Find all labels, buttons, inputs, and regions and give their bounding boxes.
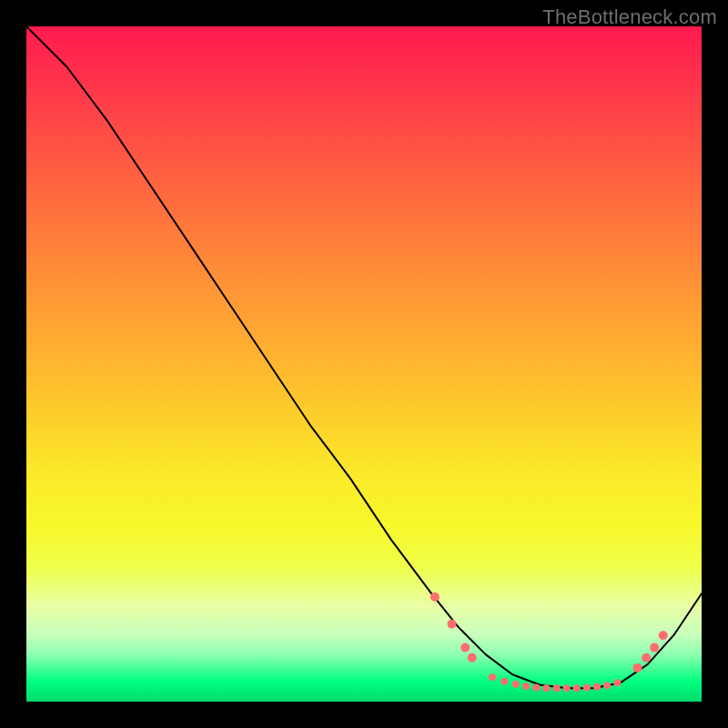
chart-marker (532, 683, 540, 691)
chart-markers-group (430, 592, 668, 692)
watermark-text: TheBottleneck.com (542, 5, 717, 29)
chart-marker (573, 684, 581, 692)
chart-marker (460, 643, 470, 652)
chart-marker (500, 678, 508, 685)
chart-marker (583, 683, 591, 691)
chart-svg-layer (26, 26, 702, 702)
chart-marker (642, 653, 651, 662)
chart-marker (522, 682, 530, 690)
chart-marker (613, 679, 621, 686)
chart-marker (512, 681, 520, 688)
chart-marker (633, 663, 642, 672)
chart-plot-area (26, 26, 702, 702)
chart-marker (659, 631, 668, 640)
chart-marker (593, 683, 601, 691)
chart-marker (650, 643, 659, 652)
chart-marker (448, 620, 457, 629)
chart-marker (430, 592, 440, 602)
chart-marker (542, 684, 550, 692)
chart-marker (489, 673, 496, 681)
chart-frame: TheBottleneck.com (0, 0, 728, 728)
chart-marker (468, 653, 477, 662)
chart-curve (26, 26, 702, 688)
chart-marker (553, 684, 561, 692)
chart-marker (603, 682, 611, 689)
chart-marker (563, 684, 571, 692)
